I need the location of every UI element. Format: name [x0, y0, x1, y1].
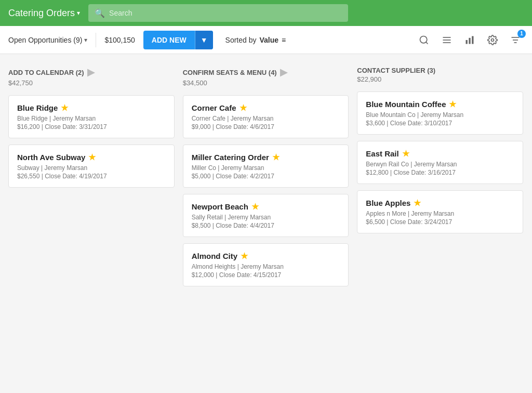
- card-subtitle: Almond Heights | Jeremy Marsan: [192, 263, 340, 270]
- column-title-contact-supplier: CONTACT SUPPLIER (3): [357, 67, 523, 74]
- opportunities-chevron-icon: ▾: [84, 36, 87, 44]
- star-icon[interactable]: ★: [61, 103, 68, 113]
- sub-header-actions: 1: [416, 32, 524, 48]
- card-title-text: East Rail: [366, 149, 398, 158]
- search-button[interactable]: [416, 32, 432, 48]
- card-meta: $5,000 | Close Date: 4/2/2017: [192, 173, 340, 180]
- card-title: Corner Cafe★: [192, 103, 340, 113]
- column-total: $22,900: [357, 75, 523, 83]
- list-icon: [442, 35, 452, 45]
- column-title-text: CONTACT SUPPLIER (3): [357, 67, 435, 74]
- card-meta: $9,000 | Close Date: 4/6/2017: [192, 123, 340, 130]
- opportunities-label-text: Open Opportunities (9): [8, 36, 82, 44]
- kanban-card[interactable]: Miller Catering Order★Miller Co | Jeremy…: [183, 145, 349, 188]
- kanban-card[interactable]: East Rail★Berwyn Rail Co | Jeremy Marsan…: [357, 141, 523, 184]
- search-bar[interactable]: 🔍: [88, 4, 348, 22]
- kanban-card[interactable]: Blue Mountain Coffee★Blue Mountain Co | …: [357, 91, 523, 135]
- card-title: North Ave Subway★: [17, 152, 166, 162]
- card-title: Blue Mountain Coffee★: [366, 99, 514, 109]
- column-separator-arrow: ▶: [87, 67, 95, 78]
- bar-chart-icon: [464, 35, 475, 45]
- card-title-text: Almond City: [192, 252, 237, 260]
- svg-rect-2: [443, 37, 451, 38]
- kanban-board: ADD TO CALENDAR (2)▶$42,750Blue Ridge★Bl…: [0, 54, 532, 393]
- sort-filter-icon: ≡: [282, 36, 286, 44]
- column-total: $42,750: [8, 79, 175, 87]
- card-subtitle: Subway | Jeremy Marsan: [17, 164, 166, 172]
- column-title-confirm-seats-menu: CONFIRM SEATS & MENU (4)▶: [183, 67, 349, 78]
- card-title: Blue Apples★: [366, 198, 514, 208]
- app-title-chevron: ▾: [77, 9, 80, 17]
- svg-rect-6: [469, 37, 470, 44]
- kanban-column-add-to-calendar: ADD TO CALENDAR (2)▶$42,750Blue Ridge★Bl…: [8, 62, 175, 385]
- star-icon[interactable]: ★: [240, 103, 247, 113]
- star-icon[interactable]: ★: [414, 198, 421, 208]
- card-meta: $6,500 | Close Date: 3/24/2017: [366, 218, 514, 226]
- kanban-card[interactable]: Almond City★Almond Heights | Jeremy Mars…: [183, 243, 349, 286]
- column-title-add-to-calendar: ADD TO CALENDAR (2)▶: [8, 67, 175, 78]
- card-title: Blue Ridge★: [17, 103, 166, 113]
- card-title-text: Blue Apples: [366, 199, 410, 207]
- card-title-text: North Ave Subway: [17, 153, 85, 162]
- sub-header: Open Opportunities (9) ▾ $100,150 ADD NE…: [0, 26, 532, 54]
- kanban-card[interactable]: North Ave Subway★Subway | Jeremy Marsan$…: [8, 145, 175, 188]
- kanban-card[interactable]: Corner Cafe★Corner Cafe | Jeremy Marsan$…: [183, 95, 349, 138]
- column-header-contact-supplier: CONTACT SUPPLIER (3)$22,900: [357, 62, 523, 85]
- column-title-text: CONFIRM SEATS & MENU (4): [183, 69, 277, 76]
- column-total: $34,500: [183, 79, 349, 87]
- card-title-text: Blue Ridge: [17, 103, 58, 112]
- star-icon[interactable]: ★: [241, 251, 248, 261]
- card-title-text: Blue Mountain Coffee: [366, 100, 446, 109]
- card-meta: $26,550 | Close Date: 4/19/2017: [17, 173, 166, 180]
- star-icon[interactable]: ★: [449, 99, 456, 109]
- column-header-add-to-calendar: ADD TO CALENDAR (2)▶$42,750: [8, 62, 175, 89]
- card-title-text: Miller Catering Order: [192, 153, 269, 162]
- star-icon[interactable]: ★: [272, 152, 280, 162]
- kanban-card[interactable]: Blue Apples★Apples n More | Jeremy Marsa…: [357, 190, 523, 233]
- card-subtitle: Miller Co | Jeremy Marsan: [192, 164, 340, 172]
- card-subtitle: Blue Mountain Co | Jeremy Marsan: [366, 111, 514, 119]
- settings-button[interactable]: [484, 32, 501, 48]
- search-icon: 🔍: [95, 8, 105, 18]
- card-subtitle: Blue Ridge | Jeremy Marsan: [17, 115, 166, 122]
- notification-badge: 1: [517, 30, 526, 38]
- list-view-button[interactable]: [438, 32, 455, 48]
- card-subtitle: Apples n More | Jeremy Marsan: [366, 210, 514, 217]
- card-title-text: Newport Beach: [192, 202, 248, 211]
- svg-rect-5: [466, 40, 468, 44]
- vertical-divider: [96, 33, 96, 47]
- settings-icon: [487, 35, 498, 45]
- search-icon: [419, 35, 429, 45]
- add-new-button[interactable]: ADD NEW ▼: [143, 31, 213, 49]
- sorted-by-prefix: Sorted by: [225, 36, 257, 44]
- star-icon[interactable]: ★: [88, 152, 96, 162]
- star-icon[interactable]: ★: [402, 149, 409, 159]
- svg-point-0: [420, 36, 427, 43]
- search-input[interactable]: [109, 9, 342, 17]
- kanban-card[interactable]: Newport Beach★Sally Retail | Jeremy Mars…: [183, 194, 349, 237]
- kanban-card[interactable]: Blue Ridge★Blue Ridge | Jeremy Marsan$16…: [8, 95, 175, 138]
- chart-view-button[interactable]: [461, 32, 478, 48]
- card-meta: $3,600 | Close Date: 3/10/2017: [366, 120, 514, 127]
- app-title[interactable]: Catering Orders ▾: [8, 8, 80, 19]
- svg-rect-4: [443, 42, 451, 43]
- opportunities-filter[interactable]: Open Opportunities (9) ▾: [8, 36, 87, 44]
- card-meta: $12,000 | Close Date: 4/15/2017: [192, 271, 340, 279]
- sorted-by-value: Value: [260, 36, 279, 44]
- card-meta: $16,200 | Close Date: 3/31/2017: [17, 123, 166, 130]
- column-header-confirm-seats-menu: CONFIRM SEATS & MENU (4)▶$34,500: [183, 62, 349, 89]
- kanban-column-confirm-seats-menu: CONFIRM SEATS & MENU (4)▶$34,500Corner C…: [183, 62, 349, 385]
- add-new-dropdown-arrow[interactable]: ▼: [195, 31, 213, 49]
- star-icon[interactable]: ★: [251, 202, 259, 212]
- svg-line-1: [426, 42, 428, 44]
- card-subtitle: Sally Retail | Jeremy Marsan: [192, 214, 340, 221]
- svg-point-8: [491, 38, 494, 41]
- notification-wrapper: 1: [507, 32, 524, 48]
- card-title: Almond City★: [192, 251, 340, 261]
- total-value-label: $100,150: [104, 36, 135, 44]
- card-title: East Rail★: [366, 149, 514, 159]
- app-title-text: Catering Orders: [8, 8, 75, 19]
- column-separator-arrow: ▶: [280, 67, 287, 78]
- card-meta: $8,500 | Close Date: 4/4/2017: [192, 222, 340, 229]
- sort-control[interactable]: Sorted by Value ≡: [225, 36, 286, 44]
